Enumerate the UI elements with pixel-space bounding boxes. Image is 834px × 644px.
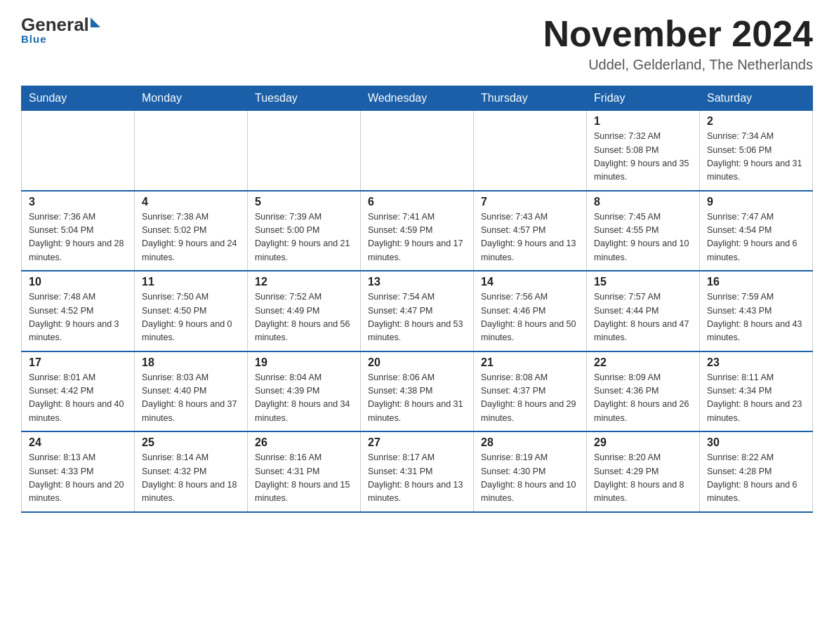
day-info: Sunrise: 8:11 AM Sunset: 4:34 PM Dayligh… xyxy=(707,371,805,426)
calendar-cell: 27Sunrise: 8:17 AM Sunset: 4:31 PM Dayli… xyxy=(361,431,474,512)
calendar-cell: 24Sunrise: 8:13 AM Sunset: 4:33 PM Dayli… xyxy=(22,431,135,512)
logo-blue-text: Blue xyxy=(21,33,47,45)
day-info: Sunrise: 7:34 AM Sunset: 5:06 PM Dayligh… xyxy=(707,130,805,185)
day-number: 29 xyxy=(594,436,692,449)
day-info: Sunrise: 8:20 AM Sunset: 4:29 PM Dayligh… xyxy=(594,451,692,506)
day-number: 10 xyxy=(29,276,127,288)
day-info: Sunrise: 7:39 AM Sunset: 5:00 PM Dayligh… xyxy=(255,210,353,265)
day-number: 13 xyxy=(368,276,466,288)
title-block: November 2024 Uddel, Gelderland, The Net… xyxy=(543,14,813,73)
calendar-header-row: SundayMondayTuesdayWednesdayThursdayFrid… xyxy=(22,86,813,111)
day-info: Sunrise: 8:14 AM Sunset: 4:32 PM Dayligh… xyxy=(142,451,240,506)
calendar-cell: 22Sunrise: 8:09 AM Sunset: 4:36 PM Dayli… xyxy=(587,351,700,432)
calendar-cell: 5Sunrise: 7:39 AM Sunset: 5:00 PM Daylig… xyxy=(248,191,361,271)
calendar-cell: 2Sunrise: 7:34 AM Sunset: 5:06 PM Daylig… xyxy=(700,111,813,191)
day-number: 23 xyxy=(707,356,805,369)
day-info: Sunrise: 8:17 AM Sunset: 4:31 PM Dayligh… xyxy=(368,451,466,506)
calendar-cell: 29Sunrise: 8:20 AM Sunset: 4:29 PM Dayli… xyxy=(587,431,700,512)
calendar-week-row: 17Sunrise: 8:01 AM Sunset: 4:42 PM Dayli… xyxy=(22,351,813,432)
day-number: 15 xyxy=(594,276,692,288)
calendar-cell: 7Sunrise: 7:43 AM Sunset: 4:57 PM Daylig… xyxy=(474,191,587,271)
day-number: 21 xyxy=(481,356,579,369)
day-number: 20 xyxy=(368,356,466,369)
calendar-cell: 8Sunrise: 7:45 AM Sunset: 4:55 PM Daylig… xyxy=(587,191,700,271)
day-number: 30 xyxy=(707,436,805,449)
calendar-week-row: 24Sunrise: 8:13 AM Sunset: 4:33 PM Dayli… xyxy=(22,431,813,512)
day-number: 3 xyxy=(29,196,127,208)
day-number: 9 xyxy=(707,196,805,208)
day-info: Sunrise: 8:13 AM Sunset: 4:33 PM Dayligh… xyxy=(29,451,127,506)
page-header: General Blue November 2024 Uddel, Gelder… xyxy=(21,14,813,73)
day-info: Sunrise: 8:22 AM Sunset: 4:28 PM Dayligh… xyxy=(707,451,805,506)
day-info: Sunrise: 7:50 AM Sunset: 4:50 PM Dayligh… xyxy=(142,290,240,345)
calendar-cell: 14Sunrise: 7:56 AM Sunset: 4:46 PM Dayli… xyxy=(474,271,587,351)
calendar-cell: 23Sunrise: 8:11 AM Sunset: 4:34 PM Dayli… xyxy=(700,351,813,432)
day-info: Sunrise: 7:54 AM Sunset: 4:47 PM Dayligh… xyxy=(368,290,466,345)
day-number: 24 xyxy=(29,436,127,449)
calendar-day-header: Wednesday xyxy=(361,86,474,111)
day-info: Sunrise: 8:04 AM Sunset: 4:39 PM Dayligh… xyxy=(255,371,353,426)
calendar-cell xyxy=(248,111,361,191)
calendar-cell: 13Sunrise: 7:54 AM Sunset: 4:47 PM Dayli… xyxy=(361,271,474,351)
calendar-cell: 1Sunrise: 7:32 AM Sunset: 5:08 PM Daylig… xyxy=(587,111,700,191)
day-number: 1 xyxy=(594,115,692,128)
calendar-cell xyxy=(135,111,248,191)
calendar-cell: 28Sunrise: 8:19 AM Sunset: 4:30 PM Dayli… xyxy=(474,431,587,512)
calendar-table: SundayMondayTuesdayWednesdayThursdayFrid… xyxy=(21,86,813,513)
calendar-cell xyxy=(474,111,587,191)
calendar-cell: 12Sunrise: 7:52 AM Sunset: 4:49 PM Dayli… xyxy=(248,271,361,351)
calendar-cell: 9Sunrise: 7:47 AM Sunset: 4:54 PM Daylig… xyxy=(700,191,813,271)
calendar-day-header: Saturday xyxy=(700,86,813,111)
day-info: Sunrise: 8:19 AM Sunset: 4:30 PM Dayligh… xyxy=(481,451,579,506)
day-info: Sunrise: 7:48 AM Sunset: 4:52 PM Dayligh… xyxy=(29,290,127,345)
calendar-cell: 26Sunrise: 8:16 AM Sunset: 4:31 PM Dayli… xyxy=(248,431,361,512)
calendar-cell: 17Sunrise: 8:01 AM Sunset: 4:42 PM Dayli… xyxy=(22,351,135,432)
day-info: Sunrise: 7:43 AM Sunset: 4:57 PM Dayligh… xyxy=(481,210,579,265)
calendar-cell: 16Sunrise: 7:59 AM Sunset: 4:43 PM Dayli… xyxy=(700,271,813,351)
day-info: Sunrise: 7:59 AM Sunset: 4:43 PM Dayligh… xyxy=(707,290,805,345)
calendar-cell xyxy=(361,111,474,191)
location-subtitle: Uddel, Gelderland, The Netherlands xyxy=(543,57,813,73)
calendar-day-header: Friday xyxy=(587,86,700,111)
calendar-cell: 11Sunrise: 7:50 AM Sunset: 4:50 PM Dayli… xyxy=(135,271,248,351)
day-number: 19 xyxy=(255,356,353,369)
day-number: 17 xyxy=(29,356,127,369)
calendar-day-header: Sunday xyxy=(22,86,135,111)
calendar-cell: 15Sunrise: 7:57 AM Sunset: 4:44 PM Dayli… xyxy=(587,271,700,351)
day-info: Sunrise: 7:41 AM Sunset: 4:59 PM Dayligh… xyxy=(368,210,466,265)
day-number: 12 xyxy=(255,276,353,288)
calendar-day-header: Thursday xyxy=(474,86,587,111)
calendar-cell: 20Sunrise: 8:06 AM Sunset: 4:38 PM Dayli… xyxy=(361,351,474,432)
day-number: 26 xyxy=(255,436,353,449)
day-info: Sunrise: 7:45 AM Sunset: 4:55 PM Dayligh… xyxy=(594,210,692,265)
calendar-week-row: 10Sunrise: 7:48 AM Sunset: 4:52 PM Dayli… xyxy=(22,271,813,351)
month-title: November 2024 xyxy=(543,14,813,54)
logo-triangle-icon xyxy=(91,18,100,27)
calendar-day-header: Monday xyxy=(135,86,248,111)
day-number: 27 xyxy=(368,436,466,449)
calendar-cell: 18Sunrise: 8:03 AM Sunset: 4:40 PM Dayli… xyxy=(135,351,248,432)
day-number: 28 xyxy=(481,436,579,449)
day-info: Sunrise: 7:32 AM Sunset: 5:08 PM Dayligh… xyxy=(594,130,692,185)
calendar-cell: 3Sunrise: 7:36 AM Sunset: 5:04 PM Daylig… xyxy=(22,191,135,271)
day-info: Sunrise: 7:36 AM Sunset: 5:04 PM Dayligh… xyxy=(29,210,127,265)
day-number: 11 xyxy=(142,276,240,288)
day-number: 5 xyxy=(255,196,353,208)
calendar-body: 1Sunrise: 7:32 AM Sunset: 5:08 PM Daylig… xyxy=(22,111,813,512)
calendar-week-row: 1Sunrise: 7:32 AM Sunset: 5:08 PM Daylig… xyxy=(22,111,813,191)
day-number: 22 xyxy=(594,356,692,369)
day-number: 6 xyxy=(368,196,466,208)
day-number: 8 xyxy=(594,196,692,208)
day-info: Sunrise: 8:09 AM Sunset: 4:36 PM Dayligh… xyxy=(594,371,692,426)
calendar-cell: 19Sunrise: 8:04 AM Sunset: 4:39 PM Dayli… xyxy=(248,351,361,432)
day-info: Sunrise: 8:06 AM Sunset: 4:38 PM Dayligh… xyxy=(368,371,466,426)
day-info: Sunrise: 7:38 AM Sunset: 5:02 PM Dayligh… xyxy=(142,210,240,265)
day-info: Sunrise: 8:16 AM Sunset: 4:31 PM Dayligh… xyxy=(255,451,353,506)
calendar-cell: 25Sunrise: 8:14 AM Sunset: 4:32 PM Dayli… xyxy=(135,431,248,512)
day-info: Sunrise: 8:03 AM Sunset: 4:40 PM Dayligh… xyxy=(142,371,240,426)
calendar-cell: 6Sunrise: 7:41 AM Sunset: 4:59 PM Daylig… xyxy=(361,191,474,271)
day-number: 18 xyxy=(142,356,240,369)
calendar-cell: 4Sunrise: 7:38 AM Sunset: 5:02 PM Daylig… xyxy=(135,191,248,271)
day-number: 14 xyxy=(481,276,579,288)
day-number: 2 xyxy=(707,115,805,128)
